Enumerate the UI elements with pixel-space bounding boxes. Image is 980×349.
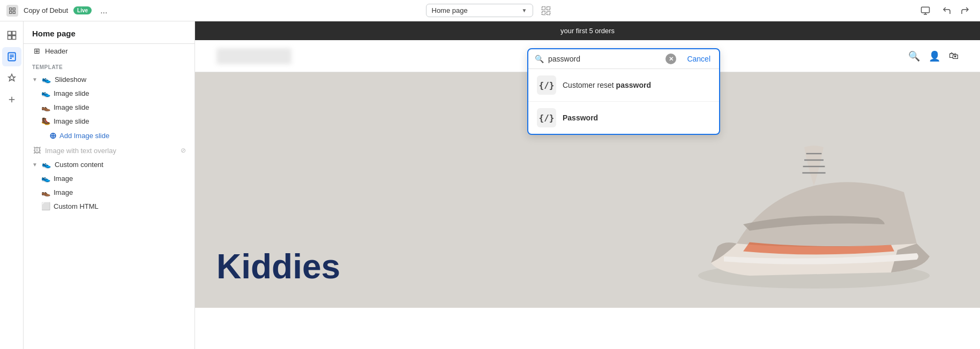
search-icon: 🔍	[535, 55, 544, 63]
search-clear-button[interactable]: ✕	[665, 54, 676, 64]
header-icon: ⊞	[32, 47, 42, 55]
template-label: TEMPLATE	[24, 58, 194, 72]
page-selector[interactable]: Home page ▼	[426, 4, 533, 17]
search-nav-icon: 🔍	[908, 50, 920, 62]
redo-icon	[960, 6, 970, 16]
nav-icons: 🔍 👤 🛍	[908, 50, 959, 62]
unpin-icon: ⊘	[181, 147, 186, 154]
sidebar-item-custom-html[interactable]: ⬜ Custom HTML	[24, 199, 194, 213]
sidebar-item-custom-content[interactable]: ▼ 👟 Custom content	[24, 157, 194, 171]
pin-icon	[7, 73, 17, 83]
result-bold-1: password	[616, 81, 651, 89]
svg-rect-12	[12, 32, 16, 35]
image-slide-2-label: Image slide	[54, 103, 89, 111]
svg-rect-0	[10, 7, 12, 10]
sidebar-item-image-text-overlay[interactable]: 🖼 Image with text overlay ⊘	[24, 143, 194, 157]
svg-rect-13	[8, 36, 11, 40]
store-name: Copy of Debut	[24, 6, 68, 14]
select-tool-button[interactable]	[537, 2, 555, 19]
sections-icon-button[interactable]	[2, 26, 21, 45]
sidebar-panel: Home page ⊞ Header TEMPLATE ▼ 👟 Slidesho…	[24, 21, 195, 349]
pages-icon-button[interactable]	[2, 47, 21, 66]
hero-text: Kiddies	[216, 247, 340, 286]
result-text-2: Password	[563, 113, 598, 122]
sidebar-icons	[0, 21, 24, 349]
result-text-1: Customer reset password	[563, 81, 651, 89]
search-input[interactable]	[548, 55, 661, 63]
result-icon-1: {/}	[537, 75, 556, 95]
undo-button[interactable]	[938, 2, 955, 19]
custom-html-icon: ⬜	[41, 202, 50, 210]
search-cancel-button[interactable]: Cancel	[685, 55, 713, 63]
search-dropdown: 🔍 ✕ Cancel {/} Customer reset password	[527, 48, 720, 135]
undo-redo-group	[938, 2, 974, 19]
image-slide-2-icon: 👞	[41, 103, 50, 111]
svg-rect-3	[10, 11, 12, 13]
cart-nav-icon: 🛍	[949, 50, 959, 62]
svg-rect-11	[8, 32, 11, 35]
image-slide-3-label: Image slide	[54, 117, 89, 125]
store-logo	[216, 48, 291, 64]
redo-button[interactable]	[956, 2, 974, 19]
header-label: Header	[45, 47, 68, 55]
sidebar-title: Home page	[24, 21, 194, 44]
add-image-slide-button[interactable]: ⊕ Add Image slide	[24, 128, 194, 143]
image-slide-3-icon: 🥾	[41, 117, 50, 125]
sidebar-item-image-slide-1[interactable]: 👟 Image slide	[24, 86, 194, 100]
custom-content-icon: 👟	[42, 160, 51, 169]
main-content: your first 5 orders About Us Contact Us …	[195, 21, 980, 349]
svg-rect-14	[12, 36, 16, 40]
store-icon	[6, 5, 18, 17]
image-cc-1-icon: 👟	[41, 174, 50, 183]
desktop-icon	[921, 6, 930, 16]
svg-rect-2	[13, 11, 15, 13]
search-result-customer-reset-password[interactable]: {/} Customer reset password	[528, 69, 719, 102]
add-image-slide-label: Add Image slide	[59, 132, 109, 140]
page-selector-value: Home page	[432, 6, 468, 14]
result-bold-2: Password	[563, 113, 598, 122]
custom-content-label: Custom content	[55, 161, 103, 169]
image-cc-2-label: Image	[54, 188, 73, 196]
chevron-down-icon: ▼	[522, 7, 527, 13]
svg-rect-5	[547, 6, 550, 10]
custom-html-label: Custom HTML	[54, 202, 99, 210]
undo-icon	[942, 6, 952, 16]
announcement-bar: your first 5 orders	[195, 21, 980, 40]
image-text-overlay-icon: 🖼	[32, 146, 42, 155]
search-result-password[interactable]: {/} Password	[528, 102, 719, 134]
desktop-view-button[interactable]	[917, 2, 934, 19]
sidebar-item-slideshow[interactable]: ▼ 👟 Slideshow	[24, 72, 194, 86]
live-badge: Live	[73, 6, 92, 14]
image-text-overlay-label: Image with text overlay	[45, 147, 116, 155]
top-bar: Copy of Debut Live ... Home page ▼	[0, 0, 980, 21]
account-nav-icon: 👤	[929, 50, 940, 62]
svg-rect-8	[922, 7, 930, 13]
svg-rect-6	[547, 11, 550, 14]
add-image-slide-plus: ⊕	[49, 131, 56, 141]
more-options-button[interactable]: ...	[97, 5, 110, 17]
search-input-row: 🔍 ✕ Cancel	[528, 49, 719, 69]
svg-rect-4	[542, 6, 545, 10]
image-cc-2-icon: 👞	[41, 188, 50, 196]
main-layout: Home page ⊞ Header TEMPLATE ▼ 👟 Slidesho…	[0, 21, 980, 349]
sidebar-content: ⊞ Header TEMPLATE ▼ 👟 Slideshow 👟 Image …	[24, 44, 194, 349]
svg-rect-7	[542, 11, 545, 14]
sidebar-item-image-slide-2[interactable]: 👞 Image slide	[24, 100, 194, 114]
sidebar-item-header[interactable]: ⊞ Header	[24, 44, 194, 58]
top-bar-center: Home page ▼	[426, 2, 555, 19]
add-icon	[7, 95, 17, 104]
sidebar-item-image-slide-3[interactable]: 🥾 Image slide	[24, 114, 194, 128]
announcement-text: your first 5 orders	[560, 27, 615, 35]
slideshow-expand-arrow: ▼	[32, 77, 38, 82]
result-icon-2: {/}	[537, 108, 556, 127]
svg-rect-1	[13, 7, 15, 10]
image-slide-1-label: Image slide	[54, 89, 89, 97]
select-icon	[541, 6, 551, 16]
add-section-button[interactable]	[2, 90, 21, 109]
pin-icon-button[interactable]	[2, 69, 21, 88]
sidebar-item-image-cc-2[interactable]: 👞 Image	[24, 185, 194, 199]
shoe-image	[680, 83, 948, 308]
sidebar-item-image-cc-1[interactable]: 👟 Image	[24, 171, 194, 185]
image-slide-1-icon: 👟	[41, 89, 50, 97]
slideshow-icon: 👟	[42, 75, 51, 84]
